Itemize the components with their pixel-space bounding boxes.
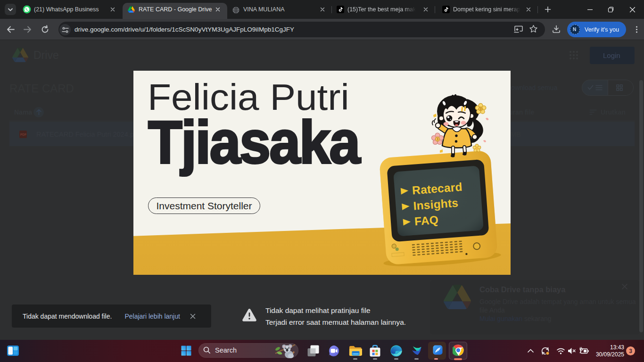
svg-text:FAQ: FAQ bbox=[414, 214, 439, 228]
